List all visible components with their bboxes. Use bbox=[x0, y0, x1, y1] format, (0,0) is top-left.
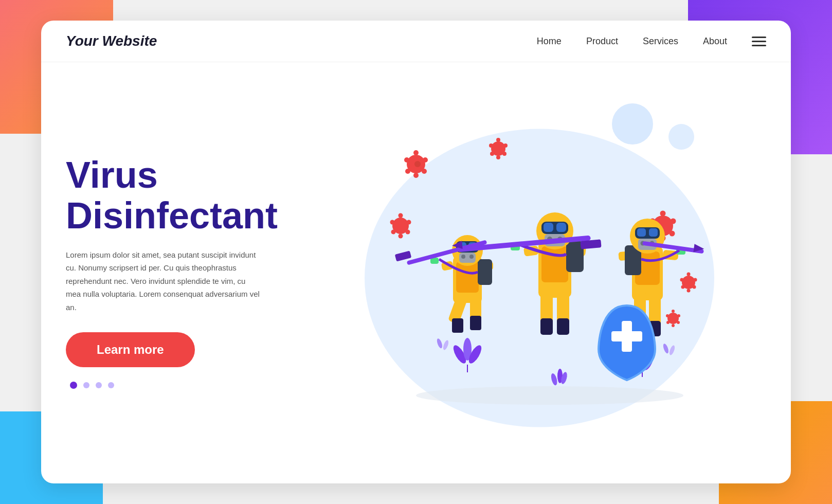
svg-point-54 bbox=[668, 345, 676, 356]
svg-point-55 bbox=[550, 372, 558, 386]
svg-rect-76 bbox=[395, 250, 412, 261]
virus-3 bbox=[390, 213, 411, 238]
svg-rect-46 bbox=[467, 365, 468, 372]
virus-6 bbox=[666, 310, 680, 327]
svg-rect-109 bbox=[637, 228, 646, 237]
dot-4[interactable] bbox=[108, 382, 114, 388]
svg-rect-89 bbox=[544, 223, 553, 232]
main-content: Virus Disinfectant Lorem ipsum dolor sit… bbox=[41, 62, 791, 481]
leaf-sprig-2 bbox=[662, 343, 676, 355]
svg-point-9 bbox=[489, 143, 493, 148]
medical-shield bbox=[599, 305, 655, 380]
learn-more-button[interactable]: Learn more bbox=[66, 332, 195, 367]
svg-point-17 bbox=[407, 220, 411, 224]
svg-point-40 bbox=[672, 324, 675, 327]
virus-2 bbox=[489, 138, 508, 159]
main-card: Your Website Home Product Services About… bbox=[41, 21, 791, 483]
hero-illustration bbox=[313, 73, 766, 471]
dot-1[interactable] bbox=[70, 382, 77, 389]
svg-point-34 bbox=[681, 285, 685, 289]
ground-shadow bbox=[416, 386, 683, 405]
svg-point-52 bbox=[442, 339, 449, 351]
hamburger-line-2 bbox=[752, 41, 766, 42]
svg-point-2 bbox=[423, 157, 428, 163]
leaf-sprig-3 bbox=[550, 369, 568, 386]
hazmat-worker-2 bbox=[511, 212, 586, 335]
svg-point-42 bbox=[677, 321, 680, 324]
dot-3[interactable] bbox=[96, 382, 102, 388]
svg-point-30 bbox=[680, 278, 684, 281]
svg-rect-90 bbox=[556, 223, 566, 232]
svg-point-32 bbox=[687, 272, 691, 276]
svg-point-1 bbox=[404, 157, 409, 163]
svg-point-10 bbox=[503, 143, 508, 148]
svg-point-37 bbox=[666, 314, 669, 317]
svg-rect-62 bbox=[470, 316, 481, 330]
svg-point-25 bbox=[660, 210, 666, 216]
svg-point-73 bbox=[461, 255, 465, 259]
svg-rect-60 bbox=[452, 318, 463, 333]
svg-point-19 bbox=[399, 233, 403, 238]
svg-point-18 bbox=[399, 213, 403, 218]
hero-title-line1: Virus bbox=[66, 154, 158, 195]
svg-point-33 bbox=[687, 289, 691, 292]
svg-point-35 bbox=[693, 285, 696, 289]
nav-home[interactable]: Home bbox=[537, 36, 562, 47]
svg-point-51 bbox=[436, 337, 443, 349]
dot-2[interactable] bbox=[83, 382, 89, 388]
svg-point-7 bbox=[414, 161, 421, 167]
leaf-sprig-1 bbox=[436, 337, 449, 350]
svg-point-53 bbox=[662, 343, 670, 354]
carousel-dots bbox=[70, 382, 313, 389]
hero-title-line2: Disinfectant bbox=[66, 195, 278, 236]
svg-rect-63 bbox=[456, 262, 479, 293]
hamburger-line-1 bbox=[752, 37, 766, 38]
svg-rect-79 bbox=[540, 318, 553, 335]
svg-point-39 bbox=[672, 310, 675, 313]
hamburger-line-3 bbox=[752, 45, 766, 46]
svg-point-14 bbox=[502, 152, 507, 156]
virus-5 bbox=[680, 272, 697, 292]
navigation: Home Product Services About bbox=[537, 36, 727, 47]
svg-point-5 bbox=[405, 169, 410, 174]
svg-point-24 bbox=[671, 218, 676, 224]
nav-product[interactable]: Product bbox=[586, 36, 618, 47]
hamburger-menu[interactable] bbox=[752, 37, 766, 46]
svg-point-12 bbox=[496, 155, 500, 159]
hazmat-illustration bbox=[354, 123, 725, 421]
svg-point-31 bbox=[694, 278, 697, 281]
svg-rect-81 bbox=[557, 318, 569, 335]
hero-left: Virus Disinfectant Lorem ipsum dolor sit… bbox=[66, 155, 313, 389]
svg-point-6 bbox=[422, 169, 427, 174]
svg-point-74 bbox=[469, 255, 474, 259]
svg-rect-110 bbox=[649, 228, 658, 237]
svg-point-13 bbox=[490, 152, 494, 156]
svg-point-3 bbox=[413, 150, 419, 155]
svg-point-41 bbox=[666, 321, 670, 324]
svg-point-21 bbox=[406, 229, 410, 234]
nav-about[interactable]: About bbox=[703, 36, 727, 47]
nav-services[interactable]: Services bbox=[643, 36, 678, 47]
svg-point-20 bbox=[391, 229, 396, 234]
virus-1 bbox=[404, 150, 428, 178]
svg-rect-67 bbox=[478, 259, 492, 285]
svg-point-16 bbox=[390, 220, 395, 224]
logo: Your Website bbox=[66, 33, 157, 49]
hero-title: Virus Disinfectant bbox=[66, 155, 313, 236]
hero-description: Lorem ipsum dolor sit amet, sea putant s… bbox=[66, 248, 261, 314]
svg-rect-117 bbox=[611, 331, 642, 341]
svg-point-4 bbox=[413, 173, 419, 178]
svg-point-11 bbox=[496, 138, 500, 142]
svg-point-38 bbox=[677, 314, 680, 317]
plant-left bbox=[451, 338, 484, 372]
header: Your Website Home Product Services About bbox=[41, 21, 791, 62]
svg-point-28 bbox=[670, 230, 675, 236]
